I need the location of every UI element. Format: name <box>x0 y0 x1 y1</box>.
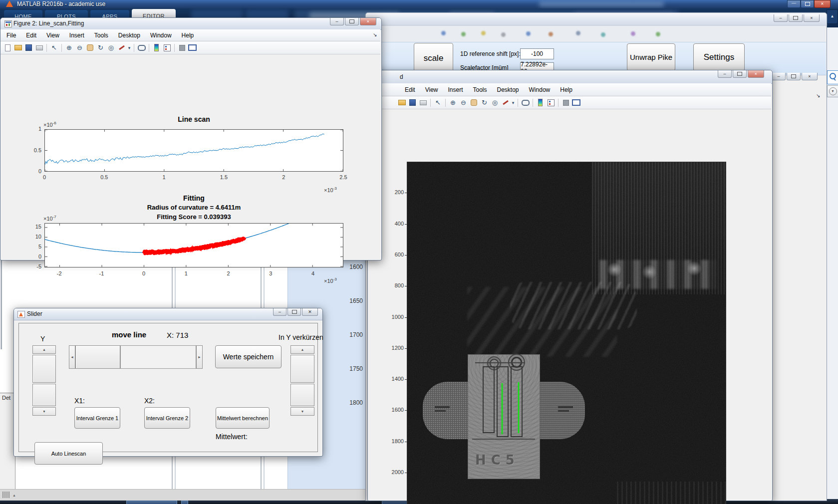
figure2-close-button[interactable]: × <box>360 18 376 25</box>
image-figure-titlebar[interactable]: d – × <box>368 70 772 84</box>
save-figure-icon[interactable] <box>408 98 417 107</box>
zoom-out-icon[interactable]: ⊖ <box>75 43 84 52</box>
slider-close-button[interactable]: ✕ <box>302 308 318 316</box>
menu-help[interactable]: Help <box>555 85 577 95</box>
rotate-3d-icon[interactable]: ↻ <box>480 98 489 107</box>
print-figure-icon[interactable] <box>418 98 428 107</box>
menu-help[interactable]: Help <box>177 30 199 40</box>
link-plot-icon[interactable] <box>137 43 146 52</box>
edit-plot-arrow-icon[interactable]: ↖ <box>433 98 443 107</box>
slider-titlebar[interactable]: Slider – ✕ <box>14 308 322 320</box>
sidebar-dropdown-button[interactable]: ▼ <box>827 85 838 97</box>
menu-edit[interactable]: Edit <box>21 30 41 40</box>
y-slider-up-button[interactable]: ▲ <box>32 345 56 354</box>
mittelwert-berechnen-button[interactable]: Mittelwert berechnen <box>216 407 270 429</box>
ref-shift-input[interactable]: -100 <box>520 48 554 59</box>
toolstrip-collapse-pin[interactable]: ▲ <box>827 9 838 24</box>
hide-plot-tools-icon[interactable] <box>561 98 570 107</box>
zoom-in-icon[interactable]: ⊕ <box>448 98 458 107</box>
pan-hand-icon[interactable] <box>85 43 95 52</box>
figure2-restore-button[interactable] <box>345 18 359 25</box>
menu-tools[interactable]: Tools <box>468 85 492 95</box>
move-line-slider-thumb[interactable] <box>75 345 120 369</box>
rotate-3d-icon[interactable]: ↻ <box>96 43 105 52</box>
werte-speichern-button[interactable]: Werte speichern <box>215 345 281 368</box>
settings-button[interactable]: Settings <box>693 43 745 71</box>
interval-grenze-2-button[interactable]: Interval Grenze 2 <box>144 407 190 429</box>
menu-file[interactable]: File <box>1 30 21 40</box>
menu-window[interactable]: Window <box>524 85 556 95</box>
edit-plot-arrow-icon[interactable]: ↖ <box>49 43 59 52</box>
zoom-in-icon[interactable]: ⊕ <box>64 43 74 52</box>
y-slider-down-button[interactable]: ▼ <box>32 407 56 416</box>
move-line-slider-right-button[interactable]: ► <box>196 345 203 369</box>
menu-desktop[interactable]: Desktop <box>492 85 524 95</box>
insert-legend-icon[interactable] <box>546 98 556 107</box>
in-y-slider-up-button[interactable]: ▲ <box>290 345 314 354</box>
bg-window-restore-button[interactable] <box>787 73 801 80</box>
insert-colorbar-icon[interactable] <box>536 98 545 107</box>
pan-hand-icon[interactable] <box>469 98 479 107</box>
in-y-slider-thumb[interactable] <box>290 355 314 383</box>
menu-desktop[interactable]: Desktop <box>113 30 145 40</box>
figure-minimize-button[interactable]: – <box>718 70 732 78</box>
menu-tools[interactable]: Tools <box>89 30 113 40</box>
gui-minimize-button[interactable]: – <box>774 14 788 22</box>
slider-restore-button[interactable] <box>287 308 301 316</box>
interval-grenze-1-button[interactable]: Interval Grenze 1 <box>74 407 120 429</box>
y-slider-thumb-lower[interactable] <box>32 384 56 406</box>
show-plot-tools-icon[interactable] <box>188 43 197 52</box>
phase-image[interactable]: HC5 <box>407 162 726 504</box>
data-cursor-icon[interactable]: ◎ <box>106 43 116 52</box>
figure2-minimize-button[interactable]: – <box>330 18 344 25</box>
taskbar-item[interactable] <box>126 500 177 504</box>
brush-data-icon[interactable] <box>501 98 510 107</box>
hide-plot-tools-icon[interactable] <box>177 43 187 52</box>
gui-close-button[interactable]: × <box>804 14 820 22</box>
figure-restore-button[interactable] <box>733 70 747 78</box>
menu-view[interactable]: View <box>41 30 64 40</box>
menu-window[interactable]: Window <box>145 30 177 40</box>
gui-restore-button[interactable] <box>789 14 803 22</box>
move-line-slider-left-button[interactable]: ◄ <box>69 345 75 369</box>
move-line-slider-track[interactable] <box>120 345 196 369</box>
auto-linescan-button[interactable]: Auto Linescan <box>34 442 103 465</box>
show-plot-tools-icon[interactable] <box>571 98 581 107</box>
menu-insert[interactable]: Insert <box>443 85 468 95</box>
insert-colorbar-icon[interactable] <box>152 43 161 52</box>
figure-close-button[interactable]: × <box>748 70 764 78</box>
scale-button[interactable]: scale <box>414 43 453 74</box>
open-file-icon[interactable] <box>397 98 407 107</box>
maximize-button[interactable] <box>801 0 814 8</box>
menu-insert[interactable]: Insert <box>64 30 89 40</box>
bg-window-minimize-button[interactable]: – <box>772 73 786 80</box>
dropdown-caret-icon[interactable]: ▾ <box>127 43 131 52</box>
slider-title: Slider <box>27 310 42 317</box>
in-y-slider-thumb-lower[interactable] <box>290 384 314 406</box>
unwrap-pike-button[interactable]: Unwrap Pike <box>627 43 675 71</box>
search-button[interactable] <box>827 70 838 84</box>
brush-data-icon[interactable] <box>117 43 126 52</box>
minimize-button[interactable]: — <box>787 0 801 8</box>
menu-edit[interactable]: Edit <box>400 85 420 95</box>
data-cursor-icon[interactable]: ◎ <box>490 98 500 107</box>
dropdown-caret-icon[interactable]: ▾ <box>511 98 515 107</box>
figure2-titlebar[interactable]: Figure 2: Line_scan,Fitting – × <box>0 18 381 30</box>
bg-window-close-button[interactable]: × <box>802 73 818 80</box>
close-button[interactable]: × <box>814 0 831 8</box>
save-figure-icon[interactable] <box>24 43 33 52</box>
dock-arrow-icon[interactable]: ↘ <box>373 32 377 37</box>
dock-arrow-icon[interactable]: ↘ <box>816 93 820 98</box>
link-plot-icon[interactable] <box>521 98 530 107</box>
y-slider-thumb[interactable] <box>32 355 56 383</box>
slider-minimize-button[interactable]: – <box>273 308 286 316</box>
zoom-out-icon[interactable]: ⊖ <box>459 98 468 107</box>
insert-legend-icon[interactable] <box>162 43 172 52</box>
in-y-slider-down-button[interactable]: ▼ <box>290 407 314 416</box>
taskbar-item[interactable] <box>181 500 188 504</box>
grip-handle-icon[interactable]: ▲ <box>2 492 27 499</box>
open-file-icon[interactable] <box>13 43 23 52</box>
print-figure-icon[interactable] <box>34 43 44 52</box>
new-figure-icon[interactable] <box>3 43 12 52</box>
menu-view[interactable]: View <box>420 85 443 95</box>
